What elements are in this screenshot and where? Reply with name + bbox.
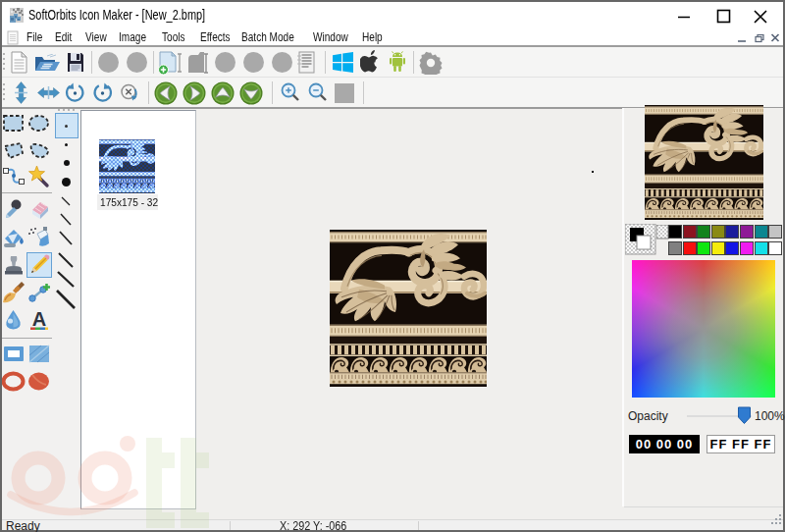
svg-text:A: A — [32, 308, 46, 330]
